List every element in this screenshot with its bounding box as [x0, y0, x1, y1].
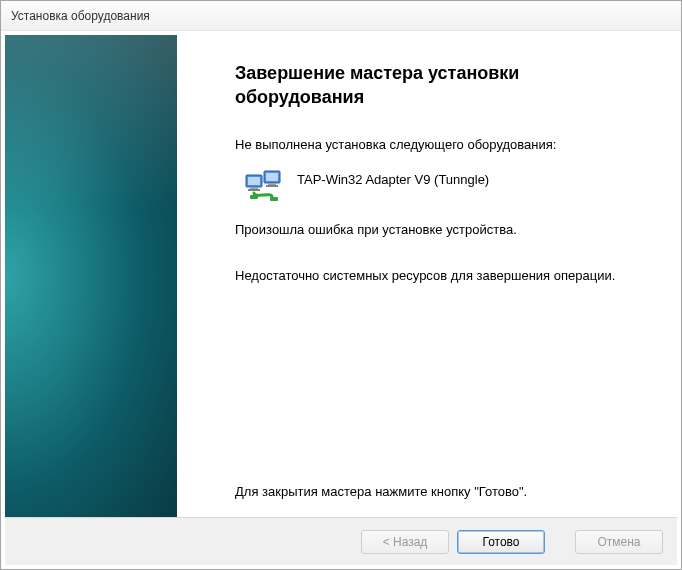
window-title: Установка оборудования — [11, 9, 150, 23]
wizard-content: Завершение мастера установки оборудовани… — [177, 35, 677, 517]
wizard-window: Установка оборудования Завершение мастер… — [0, 0, 682, 570]
svg-rect-6 — [268, 183, 276, 185]
titlebar: Установка оборудования — [1, 1, 681, 31]
device-name: TAP-Win32 Adapter V9 (Tunngle) — [297, 169, 489, 189]
not-installed-message: Не выполнена установка следующего оборуд… — [235, 136, 653, 154]
svg-rect-9 — [270, 197, 278, 201]
detail-message: Недостаточно системных ресурсов для заве… — [235, 267, 653, 285]
finish-button[interactable]: Готово — [457, 530, 545, 554]
svg-rect-8 — [250, 195, 258, 199]
svg-rect-7 — [266, 185, 278, 187]
close-hint: Для закрытия мастера нажмите кнопку "Гот… — [235, 483, 653, 501]
svg-rect-1 — [248, 177, 260, 185]
wizard-sidebar-graphic — [5, 35, 177, 517]
wizard-footer: < Назад Готово Отмена — [5, 517, 677, 565]
svg-rect-5 — [266, 173, 278, 181]
page-title: Завершение мастера установки оборудовани… — [235, 61, 653, 110]
error-message: Произошла ошибка при установке устройств… — [235, 221, 653, 239]
wizard-body: Завершение мастера установки оборудовани… — [5, 35, 677, 517]
svg-rect-2 — [250, 187, 258, 189]
device-row: TAP-Win32 Adapter V9 (Tunngle) — [235, 169, 653, 203]
svg-rect-3 — [248, 189, 260, 191]
back-button: < Назад — [361, 530, 449, 554]
network-adapter-icon — [245, 169, 283, 203]
cancel-button: Отмена — [575, 530, 663, 554]
